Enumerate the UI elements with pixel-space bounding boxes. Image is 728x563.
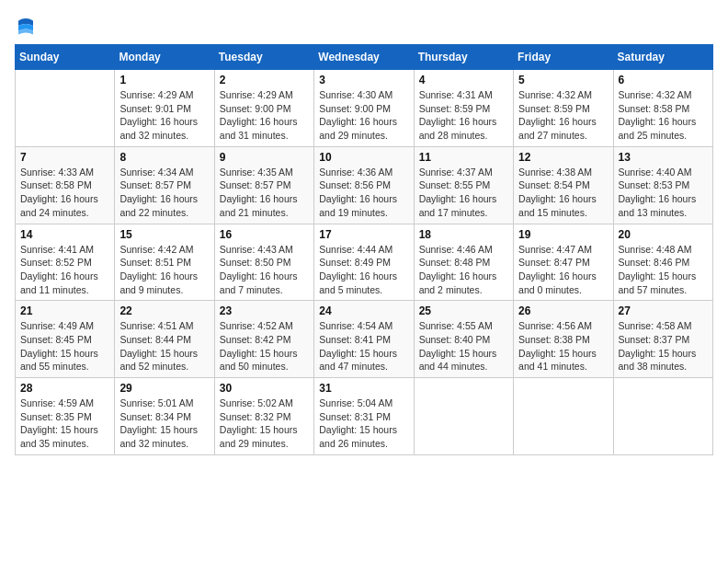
calendar-cell: 26Sunrise: 4:56 AM Sunset: 8:38 PM Dayli… bbox=[514, 301, 613, 378]
calendar-table: SundayMondayTuesdayWednesdayThursdayFrid… bbox=[15, 44, 713, 455]
day-info: Sunrise: 4:48 AM Sunset: 8:46 PM Dayligh… bbox=[619, 243, 708, 297]
weekday-header-thursday: Thursday bbox=[414, 45, 513, 70]
day-number: 25 bbox=[419, 304, 508, 317]
day-number: 1 bbox=[119, 74, 209, 86]
calendar-cell: 25Sunrise: 4:55 AM Sunset: 8:40 PM Dayli… bbox=[414, 301, 513, 378]
day-number: 7 bbox=[20, 151, 109, 164]
day-info: Sunrise: 4:58 AM Sunset: 8:37 PM Dayligh… bbox=[619, 319, 708, 373]
day-number: 29 bbox=[119, 382, 209, 395]
day-info: Sunrise: 4:32 AM Sunset: 8:58 PM Dayligh… bbox=[619, 88, 708, 143]
calendar-cell: 27Sunrise: 4:58 AM Sunset: 8:37 PM Dayli… bbox=[613, 301, 712, 378]
day-info: Sunrise: 4:41 AM Sunset: 8:52 PM Dayligh… bbox=[20, 243, 109, 297]
day-number: 5 bbox=[518, 74, 608, 86]
day-number: 19 bbox=[518, 228, 608, 241]
weekday-header-saturday: Saturday bbox=[613, 45, 712, 70]
day-info: Sunrise: 4:44 AM Sunset: 8:49 PM Dayligh… bbox=[319, 243, 408, 297]
calendar-cell: 17Sunrise: 4:44 AM Sunset: 8:49 PM Dayli… bbox=[314, 224, 414, 301]
calendar-week-row: 21Sunrise: 4:49 AM Sunset: 8:45 PM Dayli… bbox=[16, 301, 713, 378]
day-number: 23 bbox=[220, 304, 309, 317]
day-number: 31 bbox=[319, 382, 408, 395]
day-info: Sunrise: 4:54 AM Sunset: 8:41 PM Dayligh… bbox=[319, 319, 408, 373]
calendar-cell: 12Sunrise: 4:38 AM Sunset: 8:54 PM Dayli… bbox=[514, 146, 613, 224]
calendar-cell: 23Sunrise: 4:52 AM Sunset: 8:42 PM Dayli… bbox=[214, 301, 313, 378]
day-number: 15 bbox=[119, 228, 209, 241]
day-info: Sunrise: 4:42 AM Sunset: 8:51 PM Dayligh… bbox=[119, 243, 209, 297]
day-info: Sunrise: 4:32 AM Sunset: 8:59 PM Dayligh… bbox=[518, 88, 608, 143]
day-info: Sunrise: 5:04 AM Sunset: 8:31 PM Dayligh… bbox=[319, 396, 408, 451]
calendar-cell: 21Sunrise: 4:49 AM Sunset: 8:45 PM Dayli… bbox=[16, 301, 115, 378]
header bbox=[15, 15, 713, 37]
calendar-cell: 28Sunrise: 4:59 AM Sunset: 8:35 PM Dayli… bbox=[16, 378, 115, 455]
day-info: Sunrise: 4:29 AM Sunset: 9:00 PM Dayligh… bbox=[220, 88, 309, 143]
day-info: Sunrise: 4:43 AM Sunset: 8:50 PM Dayligh… bbox=[220, 243, 309, 297]
calendar-cell: 6Sunrise: 4:32 AM Sunset: 8:58 PM Daylig… bbox=[613, 70, 712, 147]
calendar-cell: 10Sunrise: 4:36 AM Sunset: 8:56 PM Dayli… bbox=[314, 146, 414, 224]
day-info: Sunrise: 5:02 AM Sunset: 8:32 PM Dayligh… bbox=[220, 396, 309, 451]
calendar-cell bbox=[16, 70, 115, 147]
calendar-cell: 13Sunrise: 4:40 AM Sunset: 8:53 PM Dayli… bbox=[613, 146, 712, 224]
day-number: 10 bbox=[319, 151, 408, 164]
calendar-cell: 22Sunrise: 4:51 AM Sunset: 8:44 PM Dayli… bbox=[115, 301, 214, 378]
calendar-cell: 1Sunrise: 4:29 AM Sunset: 9:01 PM Daylig… bbox=[115, 70, 214, 147]
day-info: Sunrise: 4:36 AM Sunset: 8:56 PM Dayligh… bbox=[319, 166, 408, 220]
day-number: 20 bbox=[619, 228, 708, 241]
day-number: 21 bbox=[20, 304, 109, 317]
day-info: Sunrise: 4:47 AM Sunset: 8:47 PM Dayligh… bbox=[518, 243, 608, 297]
calendar-week-row: 28Sunrise: 4:59 AM Sunset: 8:35 PM Dayli… bbox=[16, 378, 713, 455]
calendar-cell: 2Sunrise: 4:29 AM Sunset: 9:00 PM Daylig… bbox=[214, 70, 313, 147]
calendar-cell: 30Sunrise: 5:02 AM Sunset: 8:32 PM Dayli… bbox=[214, 378, 313, 455]
day-info: Sunrise: 4:33 AM Sunset: 8:58 PM Dayligh… bbox=[20, 166, 109, 220]
calendar-cell: 16Sunrise: 4:43 AM Sunset: 8:50 PM Dayli… bbox=[214, 224, 313, 301]
day-number: 16 bbox=[220, 228, 309, 241]
day-info: Sunrise: 4:29 AM Sunset: 9:01 PM Dayligh… bbox=[119, 88, 209, 143]
day-number: 14 bbox=[20, 228, 109, 241]
weekday-header-friday: Friday bbox=[514, 45, 613, 70]
logo-icon bbox=[15, 15, 37, 37]
day-number: 2 bbox=[220, 74, 309, 86]
day-number: 28 bbox=[20, 382, 109, 395]
logo bbox=[15, 15, 39, 37]
day-info: Sunrise: 4:34 AM Sunset: 8:57 PM Dayligh… bbox=[119, 166, 209, 220]
day-number: 30 bbox=[220, 382, 309, 395]
day-info: Sunrise: 4:35 AM Sunset: 8:57 PM Dayligh… bbox=[220, 166, 309, 220]
day-number: 6 bbox=[619, 74, 708, 86]
day-number: 3 bbox=[319, 74, 408, 86]
day-number: 9 bbox=[220, 151, 309, 164]
calendar-cell bbox=[414, 378, 513, 455]
calendar-cell bbox=[514, 378, 613, 455]
day-info: Sunrise: 4:31 AM Sunset: 8:59 PM Dayligh… bbox=[419, 88, 508, 143]
calendar-cell: 18Sunrise: 4:46 AM Sunset: 8:48 PM Dayli… bbox=[414, 224, 513, 301]
day-info: Sunrise: 4:51 AM Sunset: 8:44 PM Dayligh… bbox=[119, 319, 209, 373]
weekday-header-sunday: Sunday bbox=[16, 45, 115, 70]
day-info: Sunrise: 4:56 AM Sunset: 8:38 PM Dayligh… bbox=[518, 319, 608, 373]
day-info: Sunrise: 4:37 AM Sunset: 8:55 PM Dayligh… bbox=[419, 166, 508, 220]
calendar-cell: 5Sunrise: 4:32 AM Sunset: 8:59 PM Daylig… bbox=[514, 70, 613, 147]
day-info: Sunrise: 4:40 AM Sunset: 8:53 PM Dayligh… bbox=[619, 166, 708, 220]
calendar-week-row: 7Sunrise: 4:33 AM Sunset: 8:58 PM Daylig… bbox=[16, 146, 713, 224]
calendar-cell: 11Sunrise: 4:37 AM Sunset: 8:55 PM Dayli… bbox=[414, 146, 513, 224]
day-number: 12 bbox=[518, 151, 608, 164]
calendar-cell: 31Sunrise: 5:04 AM Sunset: 8:31 PM Dayli… bbox=[314, 378, 414, 455]
day-info: Sunrise: 4:30 AM Sunset: 9:00 PM Dayligh… bbox=[319, 88, 408, 143]
day-number: 18 bbox=[419, 228, 508, 241]
day-number: 17 bbox=[319, 228, 408, 241]
weekday-header-tuesday: Tuesday bbox=[214, 45, 313, 70]
day-info: Sunrise: 4:52 AM Sunset: 8:42 PM Dayligh… bbox=[220, 319, 309, 373]
calendar-week-row: 14Sunrise: 4:41 AM Sunset: 8:52 PM Dayli… bbox=[16, 224, 713, 301]
calendar-cell: 7Sunrise: 4:33 AM Sunset: 8:58 PM Daylig… bbox=[16, 146, 115, 224]
calendar-cell: 19Sunrise: 4:47 AM Sunset: 8:47 PM Dayli… bbox=[514, 224, 613, 301]
day-number: 13 bbox=[619, 151, 708, 164]
calendar-cell bbox=[613, 378, 712, 455]
weekday-header-wednesday: Wednesday bbox=[314, 45, 414, 70]
weekday-header-row: SundayMondayTuesdayWednesdayThursdayFrid… bbox=[16, 45, 713, 70]
day-number: 22 bbox=[119, 304, 209, 317]
day-info: Sunrise: 4:49 AM Sunset: 8:45 PM Dayligh… bbox=[20, 319, 109, 373]
calendar-cell: 29Sunrise: 5:01 AM Sunset: 8:34 PM Dayli… bbox=[115, 378, 214, 455]
day-number: 11 bbox=[419, 151, 508, 164]
day-info: Sunrise: 5:01 AM Sunset: 8:34 PM Dayligh… bbox=[119, 396, 209, 451]
calendar-cell: 4Sunrise: 4:31 AM Sunset: 8:59 PM Daylig… bbox=[414, 70, 513, 147]
calendar-week-row: 1Sunrise: 4:29 AM Sunset: 9:01 PM Daylig… bbox=[16, 70, 713, 147]
calendar-cell: 3Sunrise: 4:30 AM Sunset: 9:00 PM Daylig… bbox=[314, 70, 414, 147]
calendar-cell: 24Sunrise: 4:54 AM Sunset: 8:41 PM Dayli… bbox=[314, 301, 414, 378]
day-info: Sunrise: 4:46 AM Sunset: 8:48 PM Dayligh… bbox=[419, 243, 508, 297]
